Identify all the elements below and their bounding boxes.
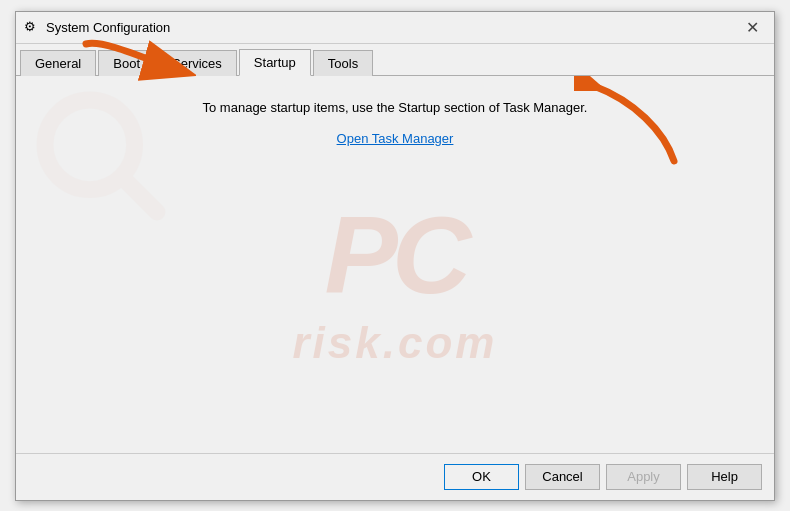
title-bar: ⚙ System Configuration ✕ bbox=[16, 12, 774, 44]
tab-tools[interactable]: Tools bbox=[313, 50, 373, 76]
system-configuration-window: ⚙ System Configuration ✕ General Boot Se… bbox=[15, 11, 775, 501]
cancel-button[interactable]: Cancel bbox=[525, 464, 600, 490]
ok-button[interactable]: OK bbox=[444, 464, 519, 490]
tab-startup[interactable]: Startup bbox=[239, 49, 311, 76]
tab-bar: General Boot Services Startup Tools bbox=[16, 44, 774, 76]
tab-general[interactable]: General bbox=[20, 50, 96, 76]
help-button[interactable]: Help bbox=[687, 464, 762, 490]
svg-line-2 bbox=[123, 178, 157, 212]
arrow-to-link bbox=[574, 76, 694, 171]
content-area: PC risk.com To manage startup items, use… bbox=[16, 76, 774, 453]
tab-boot[interactable]: Boot bbox=[98, 50, 155, 76]
button-bar: OK Cancel Apply Help bbox=[16, 453, 774, 500]
close-button[interactable]: ✕ bbox=[738, 13, 766, 41]
window-title: System Configuration bbox=[46, 20, 738, 35]
apply-button[interactable]: Apply bbox=[606, 464, 681, 490]
tab-services[interactable]: Services bbox=[157, 50, 237, 76]
window-icon: ⚙ bbox=[24, 19, 40, 35]
startup-content: To manage startup items, use the Startup… bbox=[36, 100, 754, 146]
